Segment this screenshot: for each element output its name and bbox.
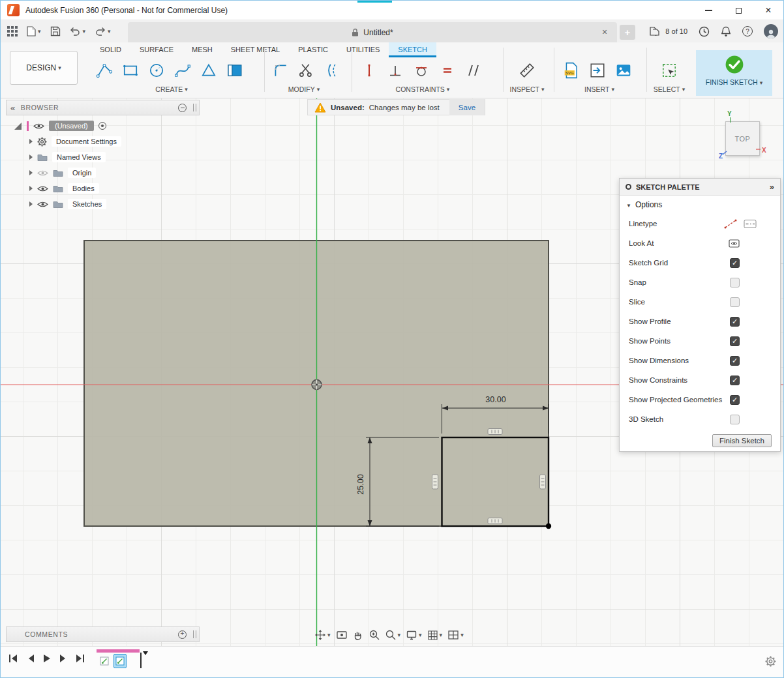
viewports-button[interactable] xyxy=(448,630,464,640)
free-orbit-button[interactable] xyxy=(315,630,331,640)
visibility-eye-icon[interactable] xyxy=(33,123,44,130)
visibility-eye-off-icon[interactable] xyxy=(37,170,48,177)
offset-tool-button[interactable] xyxy=(322,59,344,81)
browser-grip[interactable] xyxy=(193,104,196,111)
expand-caret-icon[interactable] xyxy=(29,170,33,175)
expand-caret-icon[interactable] xyxy=(29,201,33,207)
timeline-sketch-feature-selected[interactable] xyxy=(113,654,127,668)
tab-surface[interactable]: SURFACE xyxy=(130,42,183,57)
add-comment-icon[interactable] xyxy=(178,630,187,639)
browser-item-origin[interactable]: Origin xyxy=(6,165,199,181)
sketch-grid-checkbox[interactable] xyxy=(730,258,740,268)
two-point-rectangle-active-tool[interactable] xyxy=(224,59,246,81)
browser-item-document-settings[interactable]: Document Settings xyxy=(6,134,199,149)
workspace-selector[interactable]: DESIGN xyxy=(10,51,78,85)
play-button[interactable] xyxy=(43,654,51,663)
modify-menu[interactable]: MODIFY xyxy=(265,85,343,93)
comments-panel[interactable]: COMMENTS xyxy=(6,626,200,642)
display-settings-button[interactable] xyxy=(406,630,422,640)
insert-menu[interactable]: INSERT xyxy=(560,85,639,93)
timeline-sketch-feature[interactable] xyxy=(98,654,111,668)
tab-sheet-metal[interactable]: SHEET METAL xyxy=(222,42,289,57)
tab-sketch[interactable]: SKETCH xyxy=(389,42,436,57)
tab-mesh[interactable]: MESH xyxy=(183,42,222,57)
vertical-constraint-icon[interactable] xyxy=(432,475,438,489)
tab-plastic[interactable]: PLASTIC xyxy=(289,42,337,57)
select-tool-button[interactable] xyxy=(658,59,680,81)
document-tab[interactable]: Untitled* xyxy=(128,22,617,42)
sketch-palette-header[interactable]: SKETCH PALETTE xyxy=(620,179,780,196)
snap-checkbox[interactable] xyxy=(730,278,740,287)
new-document-tab-button[interactable] xyxy=(620,25,635,40)
line-tool-button[interactable] xyxy=(93,59,115,81)
show-profile-checkbox[interactable] xyxy=(730,317,740,327)
parallel-constraint-button[interactable] xyxy=(462,59,485,81)
sketch-corner-point[interactable] xyxy=(546,523,551,529)
expand-caret-icon[interactable] xyxy=(29,139,33,144)
fillet-tool-button[interactable] xyxy=(269,59,292,81)
tab-utilities[interactable]: UTILITIES xyxy=(337,42,389,57)
close-document-icon[interactable] xyxy=(599,26,611,38)
construction-line-icon[interactable] xyxy=(724,219,737,229)
equal-constraint-button[interactable] xyxy=(436,59,459,81)
timeline-group-marker[interactable] xyxy=(97,649,140,653)
browser-root-row[interactable]: (Unsaved) xyxy=(6,118,199,134)
browser-item-bodies[interactable]: Bodies xyxy=(6,181,199,196)
timeline-settings-button[interactable] xyxy=(765,656,776,667)
pan-button[interactable] xyxy=(353,630,363,640)
minimize-button[interactable] xyxy=(693,1,723,20)
vertical-constraint-icon[interactable] xyxy=(540,475,546,489)
comments-grip[interactable] xyxy=(193,630,196,638)
insert-derive-button[interactable] xyxy=(586,59,609,81)
step-forward-button[interactable] xyxy=(59,654,67,663)
step-back-button[interactable] xyxy=(27,654,35,663)
show-points-checkbox[interactable] xyxy=(730,336,740,346)
constraints-menu[interactable]: CONSTRAINTS xyxy=(358,85,487,93)
rectangle-tool-button[interactable] xyxy=(119,59,142,81)
finish-sketch-button[interactable]: FINISH SKETCH xyxy=(696,50,772,96)
undo-button[interactable] xyxy=(70,27,86,36)
collapse-browser-icon[interactable] xyxy=(10,103,16,113)
user-avatar[interactable] xyxy=(764,24,778,38)
zoom-window-button[interactable] xyxy=(385,630,401,640)
slice-checkbox[interactable] xyxy=(730,297,740,307)
file-menu-button[interactable] xyxy=(27,26,41,37)
look-at-icon[interactable] xyxy=(729,239,740,248)
horizontal-constraint-icon[interactable] xyxy=(488,429,502,435)
timeline-position-marker[interactable] xyxy=(140,653,142,668)
spline-tool-button[interactable] xyxy=(172,59,194,81)
hide-browser-icon[interactable] xyxy=(178,104,187,112)
document-capacity-badge[interactable]: 8 of 10 xyxy=(649,27,687,36)
3d-sketch-checkbox[interactable] xyxy=(730,415,740,424)
show-projected-geometries-checkbox[interactable] xyxy=(730,395,740,405)
measure-tool-button[interactable] xyxy=(516,59,538,81)
expand-caret-icon[interactable] xyxy=(29,155,33,160)
tab-solid[interactable]: SOLID xyxy=(91,42,130,57)
document-root-label[interactable]: (Unsaved) xyxy=(49,121,94,131)
polygon-tool-button[interactable] xyxy=(198,59,220,81)
notifications-button[interactable] xyxy=(721,26,731,37)
browser-header[interactable]: BROWSER xyxy=(6,100,200,115)
close-button[interactable] xyxy=(753,1,783,20)
insert-canvas-button[interactable] xyxy=(612,59,635,81)
browser-item-named-views[interactable]: Named Views xyxy=(6,149,199,165)
browser-item-sketches[interactable]: Sketches xyxy=(6,196,199,212)
show-constraints-checkbox[interactable] xyxy=(730,376,740,385)
redo-button[interactable] xyxy=(95,27,111,36)
inspect-menu[interactable]: INSPECT xyxy=(504,85,550,93)
look-at-button[interactable] xyxy=(337,630,347,640)
insert-svg-button[interactable]: SVG xyxy=(560,59,582,81)
zoom-button[interactable] xyxy=(369,630,380,640)
create-menu[interactable]: CREATE xyxy=(93,85,250,93)
expand-caret-icon[interactable] xyxy=(29,186,33,191)
horizontal-vertical-constraint-button[interactable] xyxy=(358,59,380,81)
help-button[interactable] xyxy=(742,26,753,37)
go-to-start-button[interactable] xyxy=(8,654,18,663)
timeline-marker-dropdown-icon[interactable] xyxy=(143,651,148,655)
show-dimensions-checkbox[interactable] xyxy=(730,356,740,366)
visibility-eye-icon[interactable] xyxy=(37,201,48,208)
circle-tool-button[interactable] xyxy=(145,59,168,81)
finish-sketch-palette-button[interactable]: Finish Sketch xyxy=(712,434,772,447)
activate-document-radio[interactable] xyxy=(98,122,106,130)
collapse-palette-icon[interactable] xyxy=(770,182,774,192)
